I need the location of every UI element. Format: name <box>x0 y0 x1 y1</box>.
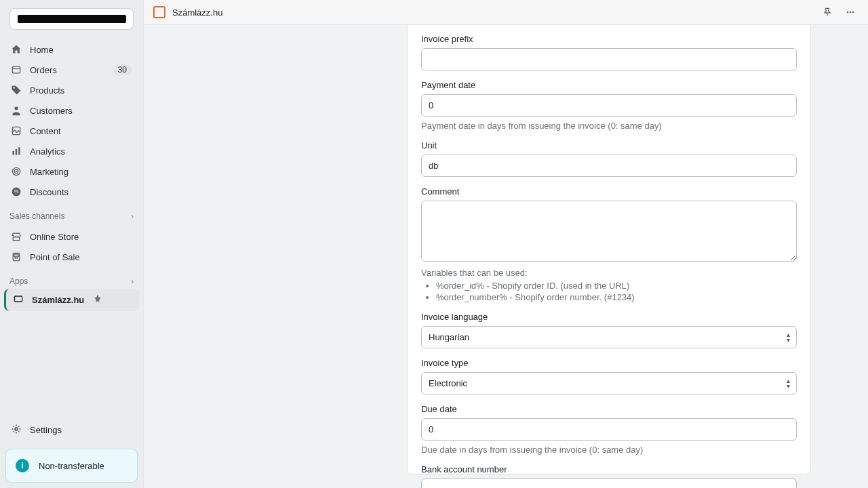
gear-icon <box>11 424 22 436</box>
svg-point-14 <box>17 258 18 258</box>
nav-label: Online Store <box>30 232 132 242</box>
field-unit: Unit <box>421 140 797 177</box>
target-icon <box>11 166 22 177</box>
nav-content[interactable]: Content <box>4 121 139 141</box>
chevron-right-icon: › <box>131 277 134 286</box>
more-actions-button[interactable] <box>842 4 859 20</box>
svg-rect-4 <box>16 149 17 155</box>
svg-rect-0 <box>12 66 20 73</box>
settings-section-aside <box>201 25 391 488</box>
svg-rect-12 <box>14 254 18 256</box>
var-item: %order_number% - Shopify order number. (… <box>436 292 797 302</box>
info-icon: i <box>16 459 29 472</box>
main-area: Számlázz.hu Invoice prefix Payment date <box>144 0 868 488</box>
helper-comment-vars-title: Variables that can be used: <box>421 268 797 278</box>
nav-orders[interactable]: Orders 30 <box>4 60 139 80</box>
pin-app-button[interactable] <box>819 4 835 20</box>
textarea-comment[interactable] <box>421 201 797 262</box>
svg-point-1 <box>14 106 18 110</box>
store-name-redacted <box>18 15 126 23</box>
svg-rect-15 <box>14 296 22 302</box>
nav-label: Point of Sale <box>30 252 132 262</box>
pos-icon <box>11 251 22 262</box>
store-icon <box>11 231 22 242</box>
topbar-title-text: Számlázz.hu <box>172 7 222 18</box>
topbar-app-title: Számlázz.hu <box>153 6 222 18</box>
section-apps[interactable]: Apps › <box>0 270 143 289</box>
helper-payment-date: Payment date in days from issueing the i… <box>421 121 797 131</box>
nav-label: Analytics <box>30 146 132 157</box>
input-due-date[interactable] <box>421 418 797 441</box>
nav-label: Discounts <box>30 187 132 197</box>
orders-icon <box>11 64 22 75</box>
input-bank-account[interactable] <box>421 479 797 488</box>
nav-label: Products <box>30 85 132 96</box>
field-invoice-type: Invoice type Electronic <box>421 358 797 394</box>
nav-products[interactable]: Products <box>4 80 139 100</box>
primary-nav: Home Orders 30 Products Customers Conten… <box>0 37 143 205</box>
svg-point-8 <box>16 171 17 172</box>
input-unit[interactable] <box>421 155 797 177</box>
select-invoice-language[interactable]: Hungarian <box>421 326 797 348</box>
svg-rect-3 <box>12 151 14 155</box>
field-invoice-language: Invoice language Hungarian <box>421 312 797 348</box>
svg-text:%: % <box>14 188 19 195</box>
svg-point-19 <box>852 12 854 14</box>
field-bank-account: Bank account number <box>421 464 797 488</box>
label-payment-date: Payment date <box>421 80 797 90</box>
pin-icon[interactable] <box>92 293 103 306</box>
tag-icon <box>11 85 22 96</box>
field-invoice-prefix: Invoice prefix <box>421 34 797 70</box>
nav-online-store[interactable]: Online Store <box>4 226 139 247</box>
sales-channels-nav: Online Store Point of Sale <box>0 224 143 270</box>
nav-customers[interactable]: Customers <box>4 100 139 121</box>
content-icon <box>11 125 22 136</box>
svg-point-16 <box>15 428 18 430</box>
label-due-date: Due date <box>421 404 797 414</box>
nav-analytics[interactable]: Analytics <box>4 141 139 161</box>
plan-notice: i Non-transferable <box>5 449 138 483</box>
nav-settings[interactable]: Settings <box>0 417 143 443</box>
app-item-szamlazz[interactable]: Számlázz.hu <box>4 289 139 311</box>
var-item: %order_id% - Shopify order ID. (used in … <box>436 281 797 291</box>
sidebar: Home Orders 30 Products Customers Conten… <box>0 0 144 488</box>
field-comment: Comment Variables that can be used: %ord… <box>421 186 797 302</box>
section-label: Apps <box>9 277 28 286</box>
nav-label: Customers <box>30 106 132 116</box>
label-unit: Unit <box>421 140 797 150</box>
person-icon <box>11 105 22 116</box>
nav-marketing[interactable]: Marketing <box>4 161 139 182</box>
nav-discounts[interactable]: % Discounts <box>4 182 139 202</box>
nav-label: Marketing <box>30 167 132 177</box>
section-sales-channels[interactable]: Sales channels › <box>0 205 143 224</box>
chevron-right-icon: › <box>131 211 134 221</box>
label-invoice-type: Invoice type <box>421 358 797 368</box>
nav-point-of-sale[interactable]: Point of Sale <box>4 247 139 267</box>
svg-point-17 <box>847 12 849 14</box>
label-invoice-prefix: Invoice prefix <box>421 34 797 44</box>
content-scroll[interactable]: Invoice prefix Payment date Payment date… <box>144 25 868 488</box>
comment-vars-list: %order_id% - Shopify order ID. (used in … <box>421 281 797 302</box>
svg-point-18 <box>850 12 852 14</box>
input-payment-date[interactable] <box>421 94 797 117</box>
label-invoice-language: Invoice language <box>421 312 797 322</box>
nav-label: Home <box>30 45 132 55</box>
topbar: Számlázz.hu <box>144 0 868 25</box>
home-icon <box>11 44 22 55</box>
nav-home[interactable]: Home <box>4 39 139 60</box>
svg-rect-5 <box>18 147 20 155</box>
app-logo-icon <box>153 6 165 18</box>
discount-icon: % <box>11 186 22 197</box>
label-comment: Comment <box>421 186 797 197</box>
nav-label: Content <box>30 126 132 136</box>
section-label: Sales channels <box>9 211 64 221</box>
select-invoice-type[interactable]: Electronic <box>421 372 797 394</box>
store-switcher[interactable] <box>9 8 134 30</box>
notice-text: Non-transferable <box>39 461 104 471</box>
settings-card: Invoice prefix Payment date Payment date… <box>407 25 811 474</box>
nav-label: Orders <box>30 65 104 75</box>
app-icon <box>13 293 24 306</box>
input-invoice-prefix[interactable] <box>421 48 797 70</box>
field-due-date: Due date Due date in days from issueing … <box>421 404 797 455</box>
label-bank-account: Bank account number <box>421 464 797 474</box>
